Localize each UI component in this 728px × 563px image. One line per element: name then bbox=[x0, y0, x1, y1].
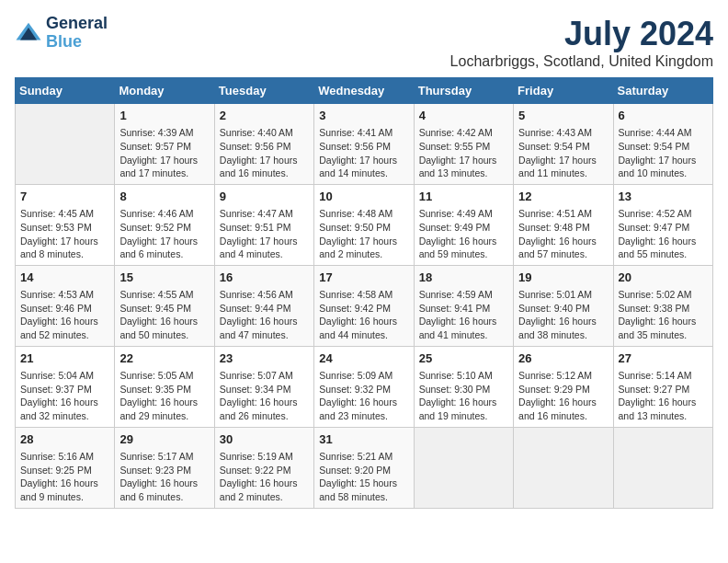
calendar-cell bbox=[514, 427, 613, 508]
header-saturday: Saturday bbox=[613, 78, 712, 104]
day-number: 4 bbox=[419, 108, 508, 124]
day-info: Sunrise: 5:19 AM Sunset: 9:22 PM Dayligh… bbox=[220, 450, 309, 504]
day-number: 12 bbox=[518, 189, 608, 205]
day-number: 31 bbox=[319, 431, 408, 448]
calendar-cell: 6Sunrise: 4:44 AM Sunset: 9:54 PM Daylig… bbox=[613, 104, 712, 185]
calendar-cell bbox=[16, 104, 115, 185]
header-thursday: Thursday bbox=[414, 78, 513, 104]
day-number: 27 bbox=[619, 350, 708, 367]
day-number: 17 bbox=[319, 270, 408, 286]
calendar-cell: 20Sunrise: 5:02 AM Sunset: 9:38 PM Dayli… bbox=[613, 265, 712, 346]
calendar-cell: 10Sunrise: 4:48 AM Sunset: 9:50 PM Dayli… bbox=[314, 184, 414, 265]
day-info: Sunrise: 5:07 AM Sunset: 9:34 PM Dayligh… bbox=[220, 369, 309, 423]
logo-line2: Blue bbox=[46, 33, 108, 52]
calendar-cell: 13Sunrise: 4:52 AM Sunset: 9:47 PM Dayli… bbox=[613, 184, 712, 265]
day-info: Sunrise: 4:45 AM Sunset: 9:53 PM Dayligh… bbox=[20, 207, 109, 261]
header-wednesday: Wednesday bbox=[314, 78, 414, 104]
calendar-cell: 26Sunrise: 5:12 AM Sunset: 9:29 PM Dayli… bbox=[514, 346, 613, 427]
day-info: Sunrise: 5:12 AM Sunset: 9:29 PM Dayligh… bbox=[518, 369, 608, 423]
day-info: Sunrise: 4:39 AM Sunset: 9:57 PM Dayligh… bbox=[119, 126, 209, 180]
calendar-table: SundayMondayTuesdayWednesdayThursdayFrid… bbox=[15, 77, 713, 509]
calendar-cell: 21Sunrise: 5:04 AM Sunset: 9:37 PM Dayli… bbox=[16, 346, 115, 427]
day-info: Sunrise: 5:05 AM Sunset: 9:35 PM Dayligh… bbox=[119, 369, 209, 423]
header-friday: Friday bbox=[514, 78, 613, 104]
calendar-cell: 18Sunrise: 4:59 AM Sunset: 9:41 PM Dayli… bbox=[414, 265, 513, 346]
calendar-cell: 29Sunrise: 5:17 AM Sunset: 9:23 PM Dayli… bbox=[115, 427, 214, 508]
day-info: Sunrise: 4:56 AM Sunset: 9:44 PM Dayligh… bbox=[220, 288, 309, 342]
calendar-cell: 11Sunrise: 4:49 AM Sunset: 9:49 PM Dayli… bbox=[414, 184, 513, 265]
day-info: Sunrise: 4:48 AM Sunset: 9:50 PM Dayligh… bbox=[319, 207, 408, 261]
day-info: Sunrise: 4:49 AM Sunset: 9:49 PM Dayligh… bbox=[419, 207, 508, 261]
day-number: 8 bbox=[119, 189, 209, 205]
day-number: 19 bbox=[518, 270, 608, 286]
day-info: Sunrise: 5:02 AM Sunset: 9:38 PM Dayligh… bbox=[619, 288, 708, 342]
day-info: Sunrise: 5:17 AM Sunset: 9:23 PM Dayligh… bbox=[119, 450, 209, 504]
day-info: Sunrise: 4:51 AM Sunset: 9:48 PM Dayligh… bbox=[518, 207, 608, 261]
calendar-cell: 14Sunrise: 4:53 AM Sunset: 9:46 PM Dayli… bbox=[16, 265, 115, 346]
calendar-cell: 27Sunrise: 5:14 AM Sunset: 9:27 PM Dayli… bbox=[613, 346, 712, 427]
calendar-cell: 5Sunrise: 4:43 AM Sunset: 9:54 PM Daylig… bbox=[514, 104, 613, 185]
calendar-week-row: 21Sunrise: 5:04 AM Sunset: 9:37 PM Dayli… bbox=[16, 346, 713, 427]
day-number: 9 bbox=[220, 189, 309, 205]
calendar-cell: 1Sunrise: 4:39 AM Sunset: 9:57 PM Daylig… bbox=[115, 104, 214, 185]
calendar-cell: 24Sunrise: 5:09 AM Sunset: 9:32 PM Dayli… bbox=[314, 346, 414, 427]
day-number: 5 bbox=[518, 108, 608, 124]
day-info: Sunrise: 4:44 AM Sunset: 9:54 PM Dayligh… bbox=[619, 126, 708, 180]
day-number: 1 bbox=[119, 108, 209, 124]
calendar-cell: 4Sunrise: 4:42 AM Sunset: 9:55 PM Daylig… bbox=[414, 104, 513, 185]
logo-line1: General bbox=[46, 15, 108, 33]
day-number: 29 bbox=[119, 431, 209, 448]
day-number: 7 bbox=[20, 189, 109, 205]
calendar-cell: 31Sunrise: 5:21 AM Sunset: 9:20 PM Dayli… bbox=[314, 427, 414, 508]
page-header: General Blue July 2024 Locharbriggs, Sco… bbox=[15, 15, 713, 70]
calendar-cell: 19Sunrise: 5:01 AM Sunset: 9:40 PM Dayli… bbox=[514, 265, 613, 346]
calendar-cell: 17Sunrise: 4:58 AM Sunset: 9:42 PM Dayli… bbox=[314, 265, 414, 346]
day-number: 14 bbox=[20, 270, 109, 286]
day-info: Sunrise: 4:55 AM Sunset: 9:45 PM Dayligh… bbox=[119, 288, 209, 342]
day-number: 28 bbox=[20, 431, 109, 448]
calendar-week-row: 14Sunrise: 4:53 AM Sunset: 9:46 PM Dayli… bbox=[16, 265, 713, 346]
day-number: 2 bbox=[220, 108, 309, 124]
calendar-cell: 23Sunrise: 5:07 AM Sunset: 9:34 PM Dayli… bbox=[214, 346, 313, 427]
day-info: Sunrise: 4:58 AM Sunset: 9:42 PM Dayligh… bbox=[319, 288, 408, 342]
day-number: 6 bbox=[619, 108, 708, 124]
header-monday: Monday bbox=[115, 78, 214, 104]
calendar-cell: 3Sunrise: 4:41 AM Sunset: 9:56 PM Daylig… bbox=[314, 104, 414, 185]
calendar-cell: 12Sunrise: 4:51 AM Sunset: 9:48 PM Dayli… bbox=[514, 184, 613, 265]
calendar-cell: 25Sunrise: 5:10 AM Sunset: 9:30 PM Dayli… bbox=[414, 346, 513, 427]
day-info: Sunrise: 5:16 AM Sunset: 9:25 PM Dayligh… bbox=[20, 450, 109, 504]
day-info: Sunrise: 4:47 AM Sunset: 9:51 PM Dayligh… bbox=[220, 207, 309, 261]
day-info: Sunrise: 4:59 AM Sunset: 9:41 PM Dayligh… bbox=[419, 288, 508, 342]
calendar-cell bbox=[414, 427, 513, 508]
calendar-cell: 7Sunrise: 4:45 AM Sunset: 9:53 PM Daylig… bbox=[16, 184, 115, 265]
calendar-week-row: 1Sunrise: 4:39 AM Sunset: 9:57 PM Daylig… bbox=[16, 104, 713, 185]
day-number: 25 bbox=[419, 350, 508, 367]
calendar-week-row: 28Sunrise: 5:16 AM Sunset: 9:25 PM Dayli… bbox=[16, 427, 713, 508]
day-info: Sunrise: 5:14 AM Sunset: 9:27 PM Dayligh… bbox=[619, 369, 708, 423]
day-info: Sunrise: 4:42 AM Sunset: 9:55 PM Dayligh… bbox=[419, 126, 508, 180]
calendar-cell: 2Sunrise: 4:40 AM Sunset: 9:56 PM Daylig… bbox=[214, 104, 313, 185]
day-number: 22 bbox=[119, 350, 209, 367]
day-number: 3 bbox=[319, 108, 408, 124]
calendar-cell: 15Sunrise: 4:55 AM Sunset: 9:45 PM Dayli… bbox=[115, 265, 214, 346]
calendar-cell: 28Sunrise: 5:16 AM Sunset: 9:25 PM Dayli… bbox=[16, 427, 115, 508]
logo: General Blue bbox=[15, 15, 108, 52]
day-info: Sunrise: 4:41 AM Sunset: 9:56 PM Dayligh… bbox=[319, 126, 408, 180]
day-number: 16 bbox=[220, 270, 309, 286]
day-number: 21 bbox=[20, 350, 109, 367]
calendar-cell: 16Sunrise: 4:56 AM Sunset: 9:44 PM Dayli… bbox=[214, 265, 313, 346]
day-number: 18 bbox=[419, 270, 508, 286]
calendar-cell: 8Sunrise: 4:46 AM Sunset: 9:52 PM Daylig… bbox=[115, 184, 214, 265]
calendar-cell bbox=[613, 427, 712, 508]
header-sunday: Sunday bbox=[16, 78, 115, 104]
location-title: Locharbriggs, Scotland, United Kingdom bbox=[450, 53, 713, 70]
day-number: 10 bbox=[319, 189, 408, 205]
day-info: Sunrise: 4:46 AM Sunset: 9:52 PM Dayligh… bbox=[119, 207, 209, 261]
calendar-header-row: SundayMondayTuesdayWednesdayThursdayFrid… bbox=[16, 78, 713, 104]
calendar-cell: 22Sunrise: 5:05 AM Sunset: 9:35 PM Dayli… bbox=[115, 346, 214, 427]
day-number: 30 bbox=[220, 431, 309, 448]
day-number: 23 bbox=[220, 350, 309, 367]
calendar-cell: 30Sunrise: 5:19 AM Sunset: 9:22 PM Dayli… bbox=[214, 427, 313, 508]
day-number: 15 bbox=[119, 270, 209, 286]
day-number: 26 bbox=[518, 350, 608, 367]
